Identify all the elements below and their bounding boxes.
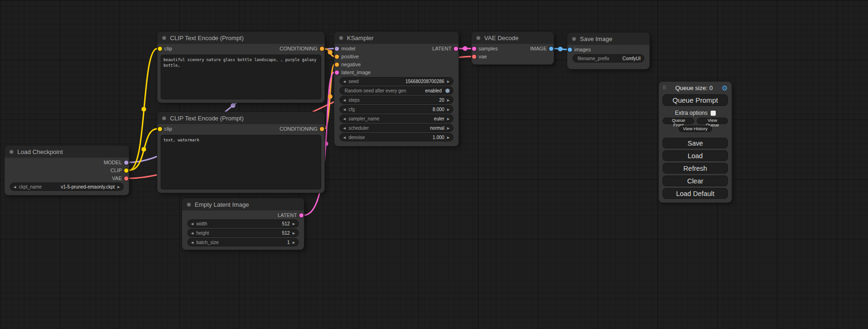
widget-width[interactable]: ◀ width 512 ▶	[188, 220, 298, 227]
input-slot-clip[interactable]	[158, 127, 162, 131]
input-label-clip: clip	[164, 126, 172, 132]
collapse-dot-icon[interactable]	[162, 116, 166, 120]
prev-value-icon[interactable]: ◀	[343, 117, 346, 120]
output-slot-conditioning[interactable]	[320, 47, 324, 51]
widget-sampler-name[interactable]: ◀ sampler_name euler ▶	[340, 115, 453, 122]
next-value-icon[interactable]: ▶	[447, 126, 450, 130]
link-ksampler-latent-midpoint	[463, 46, 467, 51]
settings-gear-icon[interactable]: ⚙	[722, 84, 728, 91]
increment-icon[interactable]: ▶	[447, 98, 450, 102]
next-value-icon[interactable]: ▶	[118, 185, 120, 189]
widget-ckpt-name[interactable]: ◀ ckpt_name v1-5-pruned-emaonly.ckpt ▶	[10, 183, 123, 190]
node-title-bar[interactable]: CLIP Text Encode (Prompt)	[157, 112, 325, 124]
node-title-bar[interactable]: Save Image	[567, 33, 649, 45]
widget-label: sampler_name	[348, 116, 379, 121]
output-slot-clip[interactable]	[124, 168, 128, 173]
node-title-bar[interactable]: VAE Decode	[472, 32, 554, 44]
output-slot-vae[interactable]	[124, 176, 128, 181]
output-label-conditioning: CONDITIONING	[280, 46, 318, 51]
widget-label: Random seed after every gen	[345, 88, 406, 93]
prev-value-icon[interactable]: ◀	[14, 185, 16, 189]
node-title-bar[interactable]: CLIP Text Encode (Prompt)	[157, 32, 325, 44]
widget-height[interactable]: ◀ height 512 ▶	[188, 229, 298, 237]
output-slot-model[interactable]	[124, 161, 128, 165]
widget-scheduler[interactable]: ◀ scheduler normal ▶	[340, 124, 453, 132]
load-default-button[interactable]: Load Default	[663, 188, 728, 199]
decrement-icon[interactable]: ◀	[343, 98, 346, 102]
decrement-icon[interactable]: ◀	[191, 241, 193, 244]
widget-label: height	[196, 231, 209, 236]
collapse-dot-icon[interactable]	[339, 36, 343, 40]
widget-cfg[interactable]: ◀ cfg 8.000 ▶	[340, 105, 453, 113]
prev-value-icon[interactable]: ◀	[343, 126, 346, 130]
link-clip-negative	[129, 129, 157, 170]
decrement-icon[interactable]: ◀	[191, 222, 193, 225]
input-slot-samples[interactable]	[472, 47, 476, 51]
widget-value: 1.000	[433, 135, 445, 140]
widget-steps[interactable]: ◀ steps 20 ▶	[340, 96, 453, 104]
next-value-icon[interactable]: ▶	[447, 117, 450, 120]
node-empty-latent-image: Empty Latent Image LATENT ◀ width 512 ▶ …	[182, 198, 304, 250]
comfyui-canvas[interactable]: { "icons": { "prev": "◀", "next": "▶", "…	[0, 0, 868, 329]
link-conditioning-negative	[325, 64, 334, 129]
increment-icon[interactable]: ▶	[447, 108, 450, 111]
decrement-icon[interactable]: ◀	[343, 136, 346, 139]
output-slot-image[interactable]	[549, 47, 553, 51]
collapse-dot-icon[interactable]	[9, 150, 14, 154]
widget-seed[interactable]: ◀ seed 156680208700286 ▶	[340, 77, 453, 85]
increment-icon[interactable]: ▶	[293, 241, 295, 244]
input-label-latent-image: latent_image	[341, 70, 371, 75]
increment-icon[interactable]: ▶	[293, 222, 295, 225]
collapse-dot-icon[interactable]	[572, 37, 576, 41]
extra-options-row: Extra options	[663, 110, 728, 116]
queue-prompt-button[interactable]: Queue Prompt	[663, 94, 728, 106]
node-title-bar[interactable]: Load Checkpoint	[5, 146, 129, 158]
link-conditioning-positive	[325, 49, 334, 56]
increment-icon[interactable]: ▶	[447, 80, 450, 83]
input-slot-latent-image[interactable]	[335, 70, 339, 75]
widget-batch-size[interactable]: ◀ batch_size 1 ▶	[188, 238, 298, 246]
input-slot-positive[interactable]	[335, 55, 339, 59]
output-slot-latent[interactable]	[454, 47, 458, 51]
link-conditioning-positive-midpoint	[328, 50, 332, 55]
load-button[interactable]: Load	[663, 150, 728, 161]
widget-label: width	[196, 221, 207, 226]
widget-filename-prefix[interactable]: filename_prefix ComfyUI	[573, 55, 644, 62]
queue-front-button[interactable]: Queue Front	[663, 118, 694, 124]
collapse-dot-icon[interactable]	[162, 36, 166, 40]
decrement-icon[interactable]: ◀	[191, 231, 193, 235]
node-title: KSampler	[347, 35, 374, 42]
decrement-icon[interactable]: ◀	[343, 108, 346, 111]
increment-icon[interactable]: ▶	[447, 136, 450, 139]
widget-value: 20	[439, 98, 444, 103]
input-slot-clip[interactable]	[158, 47, 162, 51]
extra-options-checkbox[interactable]	[711, 111, 716, 116]
negative-prompt-textarea[interactable]: text, watermark	[161, 135, 321, 189]
drag-handle-icon[interactable]: ⠿	[663, 85, 666, 91]
output-label-image: IMAGE	[530, 46, 547, 51]
toggle-dot-icon[interactable]	[445, 89, 450, 93]
input-slot-negative[interactable]	[335, 63, 339, 67]
positive-prompt-textarea[interactable]: beautiful scenery nature glass bottle la…	[161, 55, 321, 99]
output-slot-latent[interactable]	[299, 213, 303, 217]
view-history-button[interactable]: View History	[678, 126, 713, 132]
increment-icon[interactable]: ▶	[293, 231, 295, 235]
collapse-dot-icon[interactable]	[476, 36, 480, 40]
input-slot-images[interactable]	[568, 48, 572, 52]
node-ksampler: KSampler model LATENT positive negative …	[334, 32, 459, 146]
widget-label: filename_prefix	[578, 56, 609, 61]
widget-denoise[interactable]: ◀ denoise 1.000 ▶	[340, 133, 453, 141]
node-title-bar[interactable]: KSampler	[334, 32, 459, 44]
node-title-bar[interactable]: Empty Latent Image	[182, 198, 304, 210]
clear-button[interactable]: Clear	[663, 175, 728, 186]
widget-label: steps	[348, 98, 360, 103]
save-button[interactable]: Save	[663, 138, 728, 148]
widget-random-seed[interactable]: Random seed after every gen enabled	[340, 87, 453, 94]
refresh-button[interactable]: Refresh	[663, 163, 728, 174]
input-slot-vae[interactable]	[472, 55, 476, 59]
view-queue-button[interactable]: View Queue	[697, 118, 728, 124]
output-slot-conditioning[interactable]	[320, 127, 324, 131]
input-slot-model[interactable]	[335, 47, 339, 51]
collapse-dot-icon[interactable]	[187, 203, 191, 207]
decrement-icon[interactable]: ◀	[343, 80, 346, 83]
